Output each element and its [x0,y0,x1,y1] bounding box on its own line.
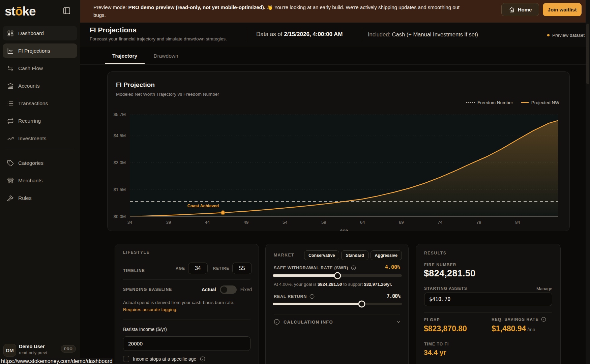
svg-text:84: 84 [515,220,520,225]
sidebar-item-transactions[interactable]: Transactions [3,96,77,111]
sidebar-item-label: Investments [18,135,47,142]
sidebar-item-investments[interactable]: Investments [3,131,77,146]
sidebar-item-merchants[interactable]: Merchants [3,173,77,188]
wave-emoji: 👋 [265,4,274,10]
svg-text:69: 69 [399,220,404,225]
sidebar-item-label: FI Projections [18,48,50,54]
avatar-initials: DM [6,347,13,353]
logo-o: ō [15,4,23,18]
logo-text-2: ke [23,4,36,18]
sidebar-item-label: Accounts [18,83,40,89]
age-input[interactable] [188,263,208,274]
divider [274,314,400,314]
sidebar-item-categories[interactable]: Categories [3,156,77,170]
time-to-fi-label: TIME TO FI [424,342,449,346]
home-button[interactable]: Home [501,3,539,16]
req-savings-label-row: REQ. SAVINGS RATE [492,317,547,322]
barista-income-label: Barista Income ($/yr) [123,327,167,332]
retire-label: RETIRE [213,266,229,270]
home-button-label: Home [518,7,532,12]
info-icon[interactable] [309,294,315,299]
data-as-of: Data as of 2/15/2026, 4:00:00 AM [256,31,343,38]
svg-text:59: 59 [321,220,326,225]
tab-trajectory[interactable]: Trajectory [105,47,145,64]
preview-banner: Preview mode: PRO demo preview (read-onl… [80,0,590,23]
spending-toggle-group: Actual Fixed [202,284,252,295]
sidebar-item-recurring[interactable]: Recurring [3,114,77,128]
slider-knob[interactable] [334,272,341,279]
page-scrollbar[interactable] [586,0,590,364]
info-icon[interactable] [541,317,547,322]
fixed-label: Fixed [240,287,252,292]
join-waitlist-button[interactable]: Join waitlist [543,3,582,16]
tab-drawdown[interactable]: Drawdown [152,47,180,64]
market-presets: Conservative Standard Aggressive [304,250,402,260]
info-icon[interactable] [200,356,205,362]
age-label: AGE [176,266,185,270]
tab-bar: Trajectory Drawdown [80,47,590,65]
preset-conservative-button[interactable]: Conservative [304,250,340,260]
req-savings-value: $1,480.94 /mo [492,324,535,333]
svg-text:Coast Achieved: Coast Achieved [187,204,219,208]
sidebar-toggle-icon[interactable] [63,7,71,15]
spending-baseline-label: SPENDING BASELINE [123,287,172,292]
data-as-of-value: 2/15/2026, 4:00:00 AM [284,31,343,37]
list-icon [7,100,14,107]
orange-dot-icon [547,34,550,36]
scrollbar-thumb[interactable] [586,24,589,84]
svg-text:74: 74 [438,220,442,225]
dashboard-icon [7,30,14,37]
tagging-link[interactable]: Requires accurate tagging. [123,306,234,313]
fire-number-value: $824,281.50 [424,268,475,279]
market-heading: MARKET [274,253,294,257]
line-chart-icon [7,48,14,54]
retire-input[interactable] [232,263,252,274]
svg-text:64: 64 [360,220,365,225]
sidebar-item-fi-projections[interactable]: FI Projections [3,43,77,58]
real-return-slider[interactable] [273,303,402,305]
spending-note-text: Actual spend is derived from your cash-b… [123,300,234,305]
user-name: Demo User [19,344,45,349]
info-icon[interactable] [351,265,356,271]
svg-text:44: 44 [205,220,210,225]
trending-up-icon [7,135,14,142]
req-savings-unit: /mo [526,327,535,332]
sidebar-item-cash-flow[interactable]: Cash Flow [3,61,77,75]
divider [123,279,250,280]
sidebar-item-accounts[interactable]: Accounts [3,79,77,93]
sidebar-item-rules[interactable]: Rules [3,191,77,205]
swr-note-goal: $824,281.50 [318,282,342,287]
data-as-of-label: Data as of [256,31,284,37]
page-title: FI Projections [90,26,137,34]
app-logo[interactable]: stōke [5,4,36,19]
repeat-icon [7,118,14,124]
header-separator [362,28,362,42]
req-savings-amount: $1,480.94 [492,324,526,333]
avatar: DM [3,344,16,357]
status-url-bar: https://www.stokemoney.com/demo/dashboar… [0,358,113,364]
swr-slider[interactable] [273,274,402,277]
actual-label: Actual [202,287,216,292]
preview-dataset-badge: Preview dataset [547,33,585,38]
preset-standard-button[interactable]: Standard [341,250,368,260]
banner-prefix: Preview mode: [93,4,128,10]
starting-assets-input[interactable] [424,293,552,306]
divider [123,320,250,320]
results-heading: RESULTS [424,251,446,255]
calculation-info-accordion[interactable]: CALCULATION INFO [274,319,402,325]
page-header: FI Projections Forecast your financial t… [80,23,590,47]
fi-projection-card: FI Projection Modeled Net Worth Trajecto… [107,71,570,231]
home-icon [509,7,515,13]
sidebar-item-label: Rules [18,195,32,201]
slider-knob[interactable] [358,300,365,307]
fi-projection-chart[interactable]: $0.0M$1.5M$3.0M$4.5M$5.7M343944495459646… [108,72,569,231]
manage-link[interactable]: Manage [536,286,552,291]
logo-area: stōke [0,0,80,23]
spending-baseline-toggle[interactable] [220,285,237,294]
logo-text: st [5,4,15,18]
barista-income-input[interactable] [123,336,250,351]
sidebar-item-dashboard[interactable]: Dashboard [3,26,77,40]
income-stop-checkbox[interactable] [123,356,129,362]
preset-aggressive-button[interactable]: Aggressive [371,250,402,260]
fire-number-label: FIRE NUMBER [424,263,456,267]
